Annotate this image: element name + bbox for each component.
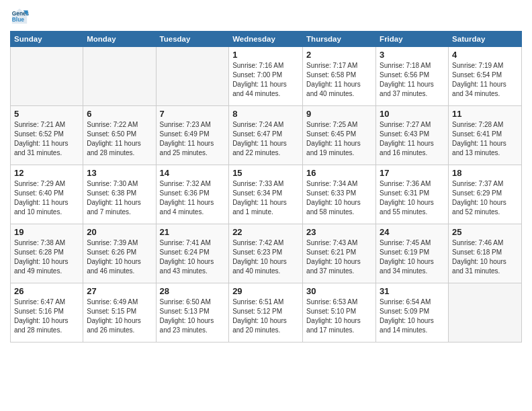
day-info: Sunrise: 7:38 AM Sunset: 6:28 PM Dayligh… <box>14 238 79 276</box>
day-info: Sunrise: 7:43 AM Sunset: 6:21 PM Dayligh… <box>306 238 372 276</box>
day-number: 22 <box>232 227 299 237</box>
day-number: 24 <box>380 227 445 237</box>
day-number: 9 <box>306 109 372 119</box>
day-number: 18 <box>452 168 518 178</box>
weekday-header-monday: Monday <box>83 32 156 47</box>
calendar-week-5: 26Sunrise: 6:47 AM Sunset: 5:16 PM Dayli… <box>11 283 522 342</box>
calendar-cell: 5Sunrise: 7:21 AM Sunset: 6:52 PM Daylig… <box>11 106 83 165</box>
day-number: 28 <box>160 286 226 296</box>
day-number: 31 <box>380 286 445 296</box>
day-number: 21 <box>160 227 226 237</box>
day-info: Sunrise: 7:32 AM Sunset: 6:36 PM Dayligh… <box>160 179 226 217</box>
day-info: Sunrise: 7:17 AM Sunset: 6:58 PM Dayligh… <box>306 61 372 99</box>
calendar-cell: 3Sunrise: 7:18 AM Sunset: 6:56 PM Daylig… <box>376 47 449 106</box>
day-info: Sunrise: 7:46 AM Sunset: 6:18 PM Dayligh… <box>452 238 518 276</box>
calendar-cell: 23Sunrise: 7:43 AM Sunset: 6:21 PM Dayli… <box>303 224 376 283</box>
day-info: Sunrise: 7:41 AM Sunset: 6:24 PM Dayligh… <box>160 238 226 276</box>
day-info: Sunrise: 7:23 AM Sunset: 6:49 PM Dayligh… <box>160 120 226 158</box>
calendar-cell: 27Sunrise: 6:49 AM Sunset: 5:15 PM Dayli… <box>83 283 156 342</box>
day-info: Sunrise: 7:21 AM Sunset: 6:52 PM Dayligh… <box>14 120 79 158</box>
calendar-cell <box>11 47 83 106</box>
day-number: 26 <box>14 286 79 296</box>
calendar-cell: 7Sunrise: 7:23 AM Sunset: 6:49 PM Daylig… <box>156 106 229 165</box>
calendar-cell: 18Sunrise: 7:37 AM Sunset: 6:29 PM Dayli… <box>449 165 522 224</box>
day-number: 15 <box>232 168 299 178</box>
calendar-cell: 29Sunrise: 6:51 AM Sunset: 5:12 PM Dayli… <box>229 283 303 342</box>
day-info: Sunrise: 7:37 AM Sunset: 6:29 PM Dayligh… <box>452 179 518 217</box>
weekday-header-thursday: Thursday <box>303 32 376 47</box>
calendar-cell <box>449 283 522 342</box>
day-number: 5 <box>14 109 79 119</box>
calendar-cell: 4Sunrise: 7:19 AM Sunset: 6:54 PM Daylig… <box>449 47 522 106</box>
calendar-cell: 16Sunrise: 7:34 AM Sunset: 6:33 PM Dayli… <box>303 165 376 224</box>
calendar-cell: 28Sunrise: 6:50 AM Sunset: 5:13 PM Dayli… <box>156 283 229 342</box>
calendar-cell: 19Sunrise: 7:38 AM Sunset: 6:28 PM Dayli… <box>11 224 83 283</box>
weekday-header-friday: Friday <box>376 32 449 47</box>
day-info: Sunrise: 7:33 AM Sunset: 6:34 PM Dayligh… <box>232 179 299 217</box>
calendar-cell: 10Sunrise: 7:27 AM Sunset: 6:43 PM Dayli… <box>376 106 449 165</box>
day-number: 1 <box>232 50 299 60</box>
calendar-cell: 20Sunrise: 7:39 AM Sunset: 6:26 PM Dayli… <box>83 224 156 283</box>
day-number: 3 <box>380 50 445 60</box>
day-info: Sunrise: 7:42 AM Sunset: 6:23 PM Dayligh… <box>232 238 299 276</box>
svg-text:Blue: Blue <box>12 16 24 23</box>
calendar-cell: 30Sunrise: 6:53 AM Sunset: 5:10 PM Dayli… <box>303 283 376 342</box>
calendar-cell <box>83 47 156 106</box>
calendar-cell: 12Sunrise: 7:29 AM Sunset: 6:40 PM Dayli… <box>11 165 83 224</box>
weekday-header-sunday: Sunday <box>11 32 83 47</box>
day-number: 30 <box>306 286 372 296</box>
day-number: 17 <box>380 168 445 178</box>
logo: General Blue <box>10 7 32 26</box>
header: General Blue <box>10 7 522 26</box>
day-info: Sunrise: 7:19 AM Sunset: 6:54 PM Dayligh… <box>452 61 518 99</box>
weekday-header-wednesday: Wednesday <box>229 32 303 47</box>
day-info: Sunrise: 7:30 AM Sunset: 6:38 PM Dayligh… <box>87 179 152 217</box>
day-number: 16 <box>306 168 372 178</box>
day-info: Sunrise: 7:45 AM Sunset: 6:19 PM Dayligh… <box>380 238 445 276</box>
day-number: 8 <box>232 109 299 119</box>
day-info: Sunrise: 7:16 AM Sunset: 7:00 PM Dayligh… <box>232 61 299 99</box>
calendar-cell: 22Sunrise: 7:42 AM Sunset: 6:23 PM Dayli… <box>229 224 303 283</box>
day-number: 12 <box>14 168 79 178</box>
day-info: Sunrise: 7:18 AM Sunset: 6:56 PM Dayligh… <box>380 61 445 99</box>
day-info: Sunrise: 7:36 AM Sunset: 6:31 PM Dayligh… <box>380 179 445 217</box>
day-number: 19 <box>14 227 79 237</box>
day-info: Sunrise: 6:51 AM Sunset: 5:12 PM Dayligh… <box>232 298 299 335</box>
calendar-cell: 13Sunrise: 7:30 AM Sunset: 6:38 PM Dayli… <box>83 165 156 224</box>
calendar-cell: 11Sunrise: 7:28 AM Sunset: 6:41 PM Dayli… <box>449 106 522 165</box>
day-number: 25 <box>452 227 518 237</box>
day-info: Sunrise: 7:28 AM Sunset: 6:41 PM Dayligh… <box>452 120 518 158</box>
calendar-cell: 15Sunrise: 7:33 AM Sunset: 6:34 PM Dayli… <box>229 165 303 224</box>
calendar-week-4: 19Sunrise: 7:38 AM Sunset: 6:28 PM Dayli… <box>11 224 522 283</box>
calendar-cell: 8Sunrise: 7:24 AM Sunset: 6:47 PM Daylig… <box>229 106 303 165</box>
weekday-header-saturday: Saturday <box>449 32 522 47</box>
calendar-cell: 2Sunrise: 7:17 AM Sunset: 6:58 PM Daylig… <box>303 47 376 106</box>
calendar-table: SundayMondayTuesdayWednesdayThursdayFrid… <box>10 31 522 342</box>
day-number: 29 <box>232 286 299 296</box>
day-info: Sunrise: 7:29 AM Sunset: 6:40 PM Dayligh… <box>14 179 79 217</box>
day-info: Sunrise: 7:22 AM Sunset: 6:50 PM Dayligh… <box>87 120 152 158</box>
day-number: 11 <box>452 109 518 119</box>
day-info: Sunrise: 7:39 AM Sunset: 6:26 PM Dayligh… <box>87 238 152 276</box>
day-info: Sunrise: 7:34 AM Sunset: 6:33 PM Dayligh… <box>306 179 372 217</box>
day-info: Sunrise: 7:27 AM Sunset: 6:43 PM Dayligh… <box>380 120 445 158</box>
day-info: Sunrise: 6:50 AM Sunset: 5:13 PM Dayligh… <box>160 298 226 335</box>
calendar-cell: 26Sunrise: 6:47 AM Sunset: 5:16 PM Dayli… <box>11 283 83 342</box>
day-info: Sunrise: 7:24 AM Sunset: 6:47 PM Dayligh… <box>232 120 299 158</box>
calendar-cell: 31Sunrise: 6:54 AM Sunset: 5:09 PM Dayli… <box>376 283 449 342</box>
day-number: 14 <box>160 168 226 178</box>
logo-icon: General Blue <box>10 7 29 26</box>
day-number: 13 <box>87 168 152 178</box>
day-info: Sunrise: 6:54 AM Sunset: 5:09 PM Dayligh… <box>380 298 445 335</box>
day-number: 2 <box>306 50 372 60</box>
day-info: Sunrise: 6:53 AM Sunset: 5:10 PM Dayligh… <box>306 298 372 335</box>
day-info: Sunrise: 6:49 AM Sunset: 5:15 PM Dayligh… <box>87 298 152 335</box>
calendar-cell: 1Sunrise: 7:16 AM Sunset: 7:00 PM Daylig… <box>229 47 303 106</box>
calendar-cell: 17Sunrise: 7:36 AM Sunset: 6:31 PM Dayli… <box>376 165 449 224</box>
day-number: 20 <box>87 227 152 237</box>
day-number: 27 <box>87 286 152 296</box>
calendar-week-3: 12Sunrise: 7:29 AM Sunset: 6:40 PM Dayli… <box>11 165 522 224</box>
day-info: Sunrise: 6:47 AM Sunset: 5:16 PM Dayligh… <box>14 298 79 335</box>
day-number: 4 <box>452 50 518 60</box>
calendar-week-1: 1Sunrise: 7:16 AM Sunset: 7:00 PM Daylig… <box>11 47 522 106</box>
